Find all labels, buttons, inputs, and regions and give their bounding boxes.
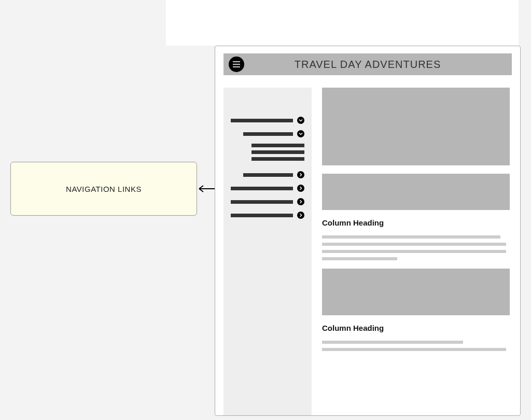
nav-item[interactable]: [231, 185, 304, 192]
nav-item[interactable]: [231, 212, 304, 219]
chevron-right-icon[interactable]: [297, 212, 304, 219]
text-line: [322, 257, 397, 260]
chevron-right-icon[interactable]: [297, 198, 304, 205]
page-title: TRAVEL DAY ADVENTURES: [295, 59, 441, 71]
nav-item[interactable]: [231, 198, 304, 205]
text-line: [322, 250, 506, 253]
image-placeholder: [322, 269, 510, 315]
nav-sublink[interactable]: [251, 150, 304, 154]
nav-item-label-bar: [231, 119, 293, 122]
nav-item-label-bar: [231, 200, 293, 204]
paragraph-placeholder: [322, 341, 510, 351]
column-heading: Column Heading: [322, 324, 510, 332]
image-placeholder: [322, 174, 510, 210]
annotation-callout: NAVIGATION LINKS: [10, 162, 197, 216]
nav-item-label-bar: [243, 173, 293, 177]
nav-subgroup: [251, 144, 304, 161]
main-column: Column Heading Column Heading: [322, 88, 512, 415]
paragraph-placeholder: [322, 235, 510, 260]
wireframe-device: TRAVEL DAY ADVENTURES: [215, 46, 521, 416]
content-row: Column Heading Column Heading: [223, 88, 512, 415]
title-bar: TRAVEL DAY ADVENTURES: [223, 53, 512, 75]
nav-item-label-bar: [231, 214, 293, 217]
nav-item[interactable]: [243, 130, 304, 137]
chevron-right-icon[interactable]: [297, 171, 304, 178]
sidebar-nav: [223, 88, 312, 415]
top-white-block: [166, 0, 519, 46]
nav-item-label-bar: [231, 187, 293, 190]
hamburger-menu-icon[interactable]: [229, 57, 244, 72]
annotation-label: NAVIGATION LINKS: [66, 185, 142, 193]
chevron-down-icon[interactable]: [297, 117, 304, 124]
nav-item[interactable]: [243, 171, 304, 178]
text-line: [322, 341, 463, 344]
nav-item-label-bar: [243, 132, 293, 136]
nav-sublink[interactable]: [251, 144, 304, 147]
column-heading: Column Heading: [322, 218, 510, 227]
nav-sublink[interactable]: [251, 157, 304, 161]
text-line: [322, 235, 500, 239]
nav-item[interactable]: [231, 117, 304, 124]
image-placeholder: [322, 88, 510, 165]
chevron-down-icon[interactable]: [297, 130, 304, 137]
text-line: [322, 243, 506, 246]
chevron-right-icon[interactable]: [297, 185, 304, 192]
text-line: [322, 348, 506, 351]
